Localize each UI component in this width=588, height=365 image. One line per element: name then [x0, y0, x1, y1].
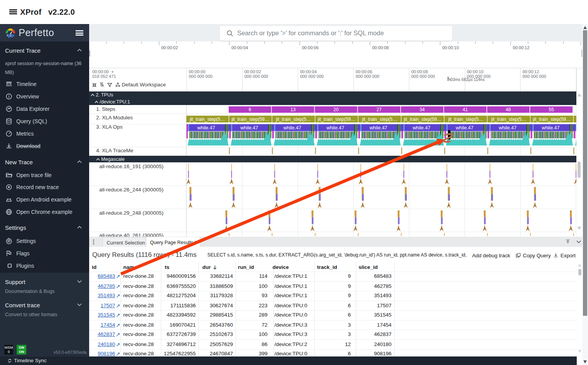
svg-text:6: 6: [248, 107, 251, 112]
svg-text:jit_train_step(5…: jit_train_step(5…: [448, 117, 483, 122]
svg-text:while.47: while.47: [369, 125, 387, 131]
svg-text:while.47: while.47: [283, 125, 301, 131]
svg-text:20: 20: [333, 107, 339, 112]
svg-text:while.47: while.47: [326, 125, 344, 131]
svg-text:jit_train_step(5…: jit_train_step(5…: [276, 117, 311, 122]
svg-text:jit_train_step(5…: jit_train_step(5…: [190, 117, 225, 122]
svg-text:while.47: while.47: [455, 125, 474, 131]
svg-text:jit_train_step(59…: jit_train_step(59…: [403, 117, 441, 122]
svg-text:34: 34: [419, 107, 425, 112]
svg-text:13: 13: [290, 107, 296, 112]
svg-text:while.47: while.47: [412, 125, 431, 131]
svg-text:jit_train_step(5…: jit_train_step(5…: [362, 117, 397, 122]
svg-text:41: 41: [463, 107, 468, 112]
svg-text:while.47: while.47: [541, 125, 560, 131]
svg-text:jit_train_step(5…: jit_train_step(5…: [491, 117, 526, 122]
svg-text:while.47: while.47: [498, 125, 517, 131]
svg-text:jit_train_step(59…: jit_train_step(59…: [231, 117, 269, 122]
svg-text:27: 27: [376, 107, 382, 112]
svg-text:while.47: while.47: [240, 125, 258, 131]
svg-text:jit_train_step(59…: jit_train_step(59…: [317, 117, 355, 122]
svg-text:48: 48: [506, 107, 511, 112]
svg-text:55: 55: [549, 107, 554, 112]
svg-text:while.47: while.47: [197, 125, 215, 131]
svg-text:jit_train_step(59…: jit_train_step(59…: [533, 117, 571, 122]
